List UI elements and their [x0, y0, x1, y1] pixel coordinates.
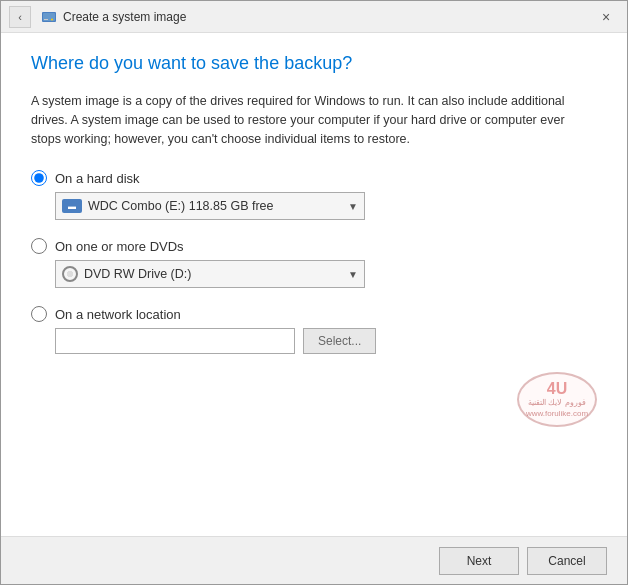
next-button[interactable]: Next [439, 547, 519, 575]
hard-disk-value: WDC Combo (E:) 118.85 GB free [88, 199, 273, 213]
watermark-logo: 4U فوروم لايك التقنيةwww.forulike.com [517, 372, 597, 427]
svg-rect-2 [44, 19, 48, 20]
back-button[interactable]: ‹ [9, 6, 31, 28]
network-option-group: On a network location Select... [31, 306, 597, 354]
title-bar: ‹ Create a system image × [1, 1, 627, 33]
hard-disk-dropdown-inner: ▬ WDC Combo (E:) 118.85 GB free [62, 199, 273, 213]
window-icon [41, 9, 57, 25]
dvd-option-group: On one or more DVDs DVD RW Drive (D:) ▼ [31, 238, 597, 288]
page-question: Where do you want to save the backup? [31, 53, 597, 74]
dvd-value: DVD RW Drive (D:) [84, 267, 191, 281]
watermark-text: فوروم لايك التقنيةwww.forulike.com [526, 398, 588, 419]
network-radio[interactable] [31, 306, 47, 322]
title-bar-left: ‹ Create a system image [9, 6, 186, 28]
cancel-button[interactable]: Cancel [527, 547, 607, 575]
hard-disk-dropdown-row: ▬ WDC Combo (E:) 118.85 GB free ▼ [55, 192, 597, 220]
dvd-radio[interactable] [31, 238, 47, 254]
dvd-dropdown[interactable]: DVD RW Drive (D:) ▼ [55, 260, 365, 288]
hard-disk-label[interactable]: On a hard disk [55, 171, 140, 186]
hdd-icon: ▬ [62, 199, 82, 213]
hard-disk-option-row: On a hard disk [31, 170, 597, 186]
dvd-icon [62, 266, 78, 282]
dvd-label[interactable]: On one or more DVDs [55, 239, 184, 254]
network-option-row: On a network location [31, 306, 597, 322]
dvd-dropdown-inner: DVD RW Drive (D:) [62, 266, 191, 282]
hard-disk-radio[interactable] [31, 170, 47, 186]
network-input-row: Select... [55, 328, 597, 354]
close-button[interactable]: × [593, 6, 619, 28]
network-path-input[interactable] [55, 328, 295, 354]
select-button[interactable]: Select... [303, 328, 376, 354]
watermark-area: 4U فوروم لايك التقنيةwww.forulike.com [31, 372, 597, 432]
window-title: Create a system image [63, 10, 186, 24]
dvd-dropdown-row: DVD RW Drive (D:) ▼ [55, 260, 597, 288]
hard-disk-dropdown[interactable]: ▬ WDC Combo (E:) 118.85 GB free ▼ [55, 192, 365, 220]
network-label[interactable]: On a network location [55, 307, 181, 322]
description-text: A system image is a copy of the drives r… [31, 92, 597, 148]
dvd-option-row: On one or more DVDs [31, 238, 597, 254]
dvd-arrow-icon: ▼ [348, 269, 358, 280]
content-area: Where do you want to save the backup? A … [1, 33, 627, 536]
svg-point-3 [51, 18, 53, 20]
hard-disk-arrow-icon: ▼ [348, 201, 358, 212]
footer: Next Cancel [1, 536, 627, 584]
watermark-number: 4U [547, 380, 567, 398]
main-window: ‹ Create a system image × Where do you w… [0, 0, 628, 585]
hard-disk-option-group: On a hard disk ▬ WDC Combo (E:) 118.85 G… [31, 170, 597, 220]
